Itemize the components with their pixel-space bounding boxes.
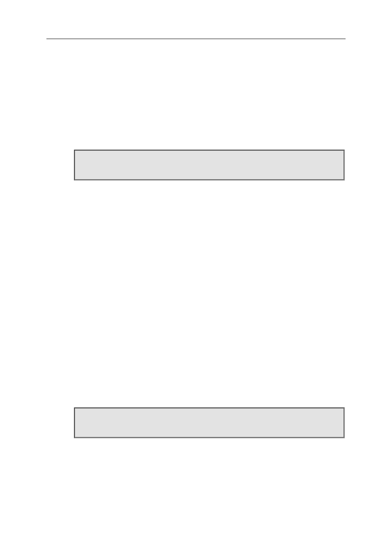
code-example-box-2 — [74, 407, 345, 438]
header-divider — [46, 39, 346, 39]
code-example-box-1 — [74, 150, 345, 180]
document-page — [0, 0, 392, 555]
